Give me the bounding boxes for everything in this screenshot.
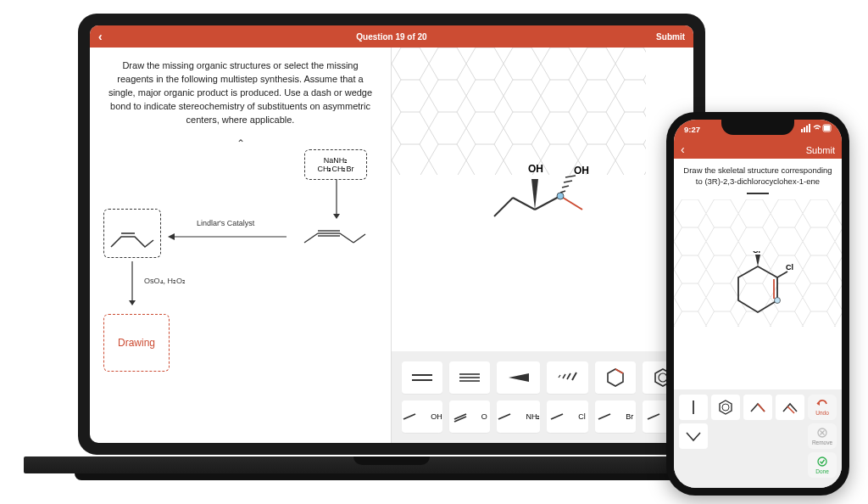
tool-cyclohexane[interactable] xyxy=(595,361,636,394)
svg-rect-50 xyxy=(824,126,830,131)
phone-submit-button[interactable]: Submit xyxy=(806,145,835,155)
drawing-label: Drawing xyxy=(118,337,155,349)
phone-tool-angle-bond[interactable] xyxy=(743,395,772,420)
phone-undo-button[interactable]: Undo xyxy=(808,395,837,420)
phone-molecule[interactable]: Cl Cl xyxy=(720,251,796,329)
oh-label-1: OH xyxy=(528,163,543,175)
svg-rect-48 xyxy=(809,124,810,132)
tool-nh2[interactable]: NH₂ xyxy=(497,400,540,433)
svg-line-14 xyxy=(494,198,513,216)
phone-back-button[interactable]: ‹ xyxy=(681,143,685,155)
svg-line-30 xyxy=(559,375,560,378)
svg-line-32 xyxy=(567,373,570,379)
status-icons xyxy=(801,124,832,134)
laptop-base xyxy=(24,456,760,485)
tool-dash-bond[interactable] xyxy=(547,361,587,394)
remove-icon xyxy=(817,428,827,438)
question-counter: Question 19 of 20 xyxy=(90,32,693,42)
laptop-device: ‹ Question 19 of 20 Submit Draw the miss… xyxy=(24,12,760,487)
tool-o[interactable]: O xyxy=(449,400,490,433)
svg-line-33 xyxy=(572,372,576,380)
svg-point-56 xyxy=(775,298,781,304)
product-box-alkene[interactable] xyxy=(103,209,161,258)
phone-tool-benzene[interactable] xyxy=(711,395,740,420)
svg-line-17 xyxy=(535,196,560,210)
svg-marker-16 xyxy=(531,179,538,210)
svg-marker-12 xyxy=(129,300,136,305)
svg-line-35 xyxy=(615,369,623,373)
phone-prompt-line2: to (3R)-2,3-dichlorocyclohex-1-ene xyxy=(682,176,833,188)
reagent-2-label: Lindlar's Catalyst xyxy=(197,219,254,227)
svg-point-66 xyxy=(818,457,826,466)
svg-line-43 xyxy=(598,414,610,419)
collapse-chevron-icon[interactable]: ⌃ xyxy=(236,137,245,149)
question-prompt: Draw the missing organic structures or s… xyxy=(103,59,377,127)
phone-prompt-line1: Draw the skeletal structure correspondin… xyxy=(682,165,833,176)
drawing-canvas[interactable]: OH OH xyxy=(392,48,693,351)
question-header: ‹ Question 19 of 20 Submit xyxy=(90,25,693,48)
phone-drawing-canvas[interactable]: Cl Cl xyxy=(674,199,842,389)
reagent-1-line1: NaNH₂ xyxy=(324,156,348,165)
svg-line-15 xyxy=(513,198,535,210)
question-panel: Draw the missing organic structures or s… xyxy=(90,48,392,443)
status-time: 9:27 xyxy=(684,125,700,134)
svg-marker-1 xyxy=(333,214,340,219)
svg-marker-52 xyxy=(738,266,777,312)
svg-marker-54 xyxy=(755,255,760,266)
reagent-3-label: OsO₄, H₂O₂ xyxy=(144,277,186,285)
drawing-target-box[interactable]: Drawing xyxy=(103,314,170,372)
svg-line-20 xyxy=(564,181,572,182)
phone-screen: 9:27 ‹ Submit Draw the skeletal structur… xyxy=(674,120,842,488)
tool-oh[interactable]: OH xyxy=(402,400,442,433)
svg-rect-45 xyxy=(801,129,803,132)
svg-point-59 xyxy=(722,404,729,411)
phone-tool-single-bond[interactable] xyxy=(679,395,708,420)
svg-line-60 xyxy=(758,404,765,412)
svg-line-55 xyxy=(777,272,787,277)
phone-device: 9:27 ‹ Submit Draw the skeletal structur… xyxy=(666,112,849,496)
alkyne-structure xyxy=(299,222,367,248)
laptop-bezel: ‹ Question 19 of 20 Submit Draw the miss… xyxy=(78,14,705,455)
phone-remove-button[interactable]: Remove xyxy=(808,423,837,449)
phone-notch xyxy=(721,120,794,135)
done-icon xyxy=(817,456,827,467)
tool-palette: OH O NH₂ Cl Br H xyxy=(392,351,693,443)
svg-marker-58 xyxy=(720,400,732,414)
drawing-panel: OH OH xyxy=(392,48,693,443)
reaction-scheme: ⌃ NaNH₂ CH₃CH₂Br xyxy=(103,134,377,389)
svg-line-31 xyxy=(563,374,565,378)
phone-tool-palette: Undo Remove Done xyxy=(674,389,842,488)
tool-cl[interactable]: Cl xyxy=(547,400,587,433)
phone-drag-handle[interactable] xyxy=(747,193,769,194)
phone-cl-1: Cl xyxy=(753,251,760,255)
svg-rect-46 xyxy=(804,127,805,132)
undo-icon xyxy=(816,400,828,408)
arrow-down-icon xyxy=(331,180,342,219)
tool-br[interactable]: Br xyxy=(595,400,636,433)
svg-line-6 xyxy=(340,233,353,243)
svg-point-23 xyxy=(557,193,564,199)
phone-prompt: Draw the skeletal structure correspondin… xyxy=(674,159,842,199)
back-button[interactable]: ‹ xyxy=(98,31,103,42)
cis-alkene-structure xyxy=(104,210,160,257)
molecule-drawing[interactable]: OH OH xyxy=(479,125,606,238)
svg-line-41 xyxy=(498,414,510,419)
phone-tool-double-angle[interactable] xyxy=(776,395,804,420)
tool-double-bond[interactable] xyxy=(402,361,442,394)
oh-label-2: OH xyxy=(574,165,589,176)
svg-line-42 xyxy=(551,414,563,419)
signal-wifi-battery-icon xyxy=(801,124,832,132)
phone-done-button[interactable]: Done xyxy=(808,452,837,478)
svg-line-44 xyxy=(648,414,659,419)
svg-line-22 xyxy=(560,196,582,210)
tool-wedge-bond[interactable] xyxy=(497,361,540,394)
submit-button[interactable]: Submit xyxy=(656,32,685,42)
svg-line-38 xyxy=(403,414,415,419)
arrow-down-2-icon xyxy=(127,261,137,305)
svg-line-7 xyxy=(353,234,365,243)
tool-triple-bond[interactable] xyxy=(449,361,490,394)
svg-rect-47 xyxy=(806,126,808,132)
phone-tool-methyl[interactable] xyxy=(679,423,708,449)
reagent-box-1[interactable]: NaNH₂ CH₃CH₂Br xyxy=(304,149,367,180)
svg-line-19 xyxy=(562,186,569,188)
